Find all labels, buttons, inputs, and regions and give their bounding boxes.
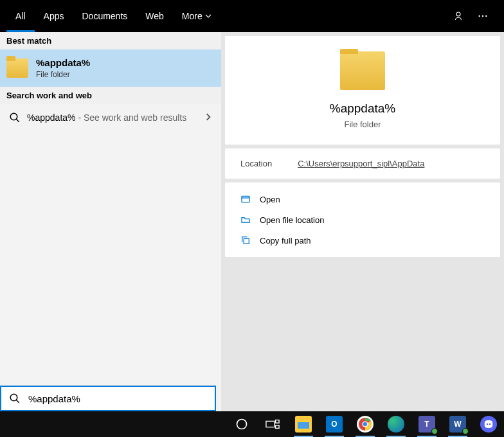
location-label: Location bbox=[240, 159, 272, 168]
results-panel: Best match %appdata% File folder Search … bbox=[0, 32, 221, 411]
discord-icon bbox=[480, 416, 497, 433]
section-search-web: Search work and web bbox=[0, 87, 221, 104]
taskbar: O T W bbox=[0, 411, 504, 437]
open-icon bbox=[240, 194, 251, 204]
chrome-icon bbox=[357, 416, 374, 433]
taskbar-task-view[interactable] bbox=[259, 411, 286, 437]
action-label: Copy full path bbox=[260, 236, 311, 245]
svg-rect-6 bbox=[242, 196, 249, 202]
action-open[interactable]: Open bbox=[238, 189, 487, 210]
taskbar-discord[interactable] bbox=[475, 411, 502, 437]
taskbar-chrome[interactable] bbox=[352, 411, 379, 437]
svg-point-0 bbox=[456, 12, 460, 16]
svg-line-9 bbox=[16, 400, 19, 403]
feedback-icon[interactable] bbox=[453, 10, 464, 22]
web-result-text: %appdata% - See work and web results bbox=[27, 112, 186, 123]
tab-apps[interactable]: Apps bbox=[35, 0, 73, 32]
svg-rect-15 bbox=[298, 422, 309, 429]
best-match-result[interactable]: %appdata% File folder bbox=[0, 49, 221, 87]
taskbar-outlook[interactable]: O bbox=[321, 411, 348, 437]
search-input[interactable] bbox=[28, 393, 207, 404]
svg-rect-11 bbox=[266, 421, 274, 427]
svg-point-1 bbox=[479, 15, 480, 17]
svg-point-8 bbox=[10, 394, 17, 401]
location-path[interactable]: C:\Users\erpsupport_sipl\AppData bbox=[298, 159, 424, 168]
svg-point-4 bbox=[10, 113, 17, 120]
search-icon bbox=[9, 393, 21, 404]
copy-icon bbox=[240, 235, 251, 245]
preview-panel: %appdata% File folder Location C:\Users\… bbox=[221, 32, 504, 411]
result-subtitle: File folder bbox=[36, 70, 90, 79]
svg-point-3 bbox=[485, 15, 487, 17]
result-title: %appdata% bbox=[36, 57, 90, 68]
search-icon bbox=[9, 112, 21, 123]
svg-line-5 bbox=[16, 119, 19, 122]
web-search-result[interactable]: %appdata% - See work and web results bbox=[0, 104, 221, 131]
tab-label: Web bbox=[145, 11, 164, 21]
taskbar-file-explorer[interactable] bbox=[290, 411, 317, 437]
search-panels: Best match %appdata% File folder Search … bbox=[0, 32, 504, 411]
search-tabs-bar: All Apps Documents Web More bbox=[0, 0, 504, 32]
taskbar-cortana[interactable] bbox=[228, 411, 255, 437]
edge-icon bbox=[388, 416, 404, 433]
preview-subtitle: File folder bbox=[344, 120, 381, 129]
chevron-down-icon bbox=[205, 11, 212, 21]
more-options-icon[interactable] bbox=[477, 10, 489, 22]
file-explorer-icon bbox=[295, 416, 312, 433]
svg-point-10 bbox=[237, 420, 247, 429]
svg-point-2 bbox=[482, 15, 483, 17]
action-copy-path[interactable]: Copy full path bbox=[238, 230, 487, 251]
svg-point-20 bbox=[489, 424, 491, 425]
preview-header-card: %appdata% File folder bbox=[225, 36, 500, 145]
taskbar-teams[interactable]: T bbox=[413, 411, 440, 437]
preview-location-card: Location C:\Users\erpsupport_sipl\AppDat… bbox=[225, 148, 500, 179]
folder-icon bbox=[340, 51, 385, 90]
chevron-right-icon bbox=[204, 112, 212, 123]
tab-more[interactable]: More bbox=[173, 0, 221, 32]
svg-rect-7 bbox=[244, 238, 249, 244]
action-open-location[interactable]: Open file location bbox=[238, 210, 487, 230]
svg-point-19 bbox=[487, 424, 489, 425]
preview-title: %appdata% bbox=[330, 102, 395, 116]
web-suffix: - See work and web results bbox=[76, 112, 187, 123]
tab-label: Apps bbox=[44, 11, 64, 21]
folder-open-icon bbox=[240, 215, 251, 225]
svg-rect-13 bbox=[276, 425, 280, 429]
status-badge bbox=[462, 428, 469, 434]
folder-icon bbox=[6, 58, 28, 78]
taskbar-edge[interactable] bbox=[382, 411, 410, 437]
svg-point-18 bbox=[363, 422, 367, 426]
outlook-icon: O bbox=[326, 416, 343, 433]
tab-label: More bbox=[182, 11, 203, 21]
preview-actions-card: Open Open file location Copy full path bbox=[225, 183, 500, 257]
action-label: Open bbox=[260, 195, 280, 204]
action-label: Open file location bbox=[260, 215, 324, 225]
web-query: %appdata% bbox=[27, 112, 76, 123]
tab-all[interactable]: All bbox=[6, 0, 35, 32]
search-box[interactable] bbox=[0, 386, 216, 411]
status-badge bbox=[431, 428, 438, 434]
svg-rect-12 bbox=[276, 420, 280, 424]
taskbar-word[interactable]: W bbox=[444, 411, 471, 437]
section-best-match: Best match bbox=[0, 32, 221, 49]
tab-web[interactable]: Web bbox=[136, 0, 173, 32]
tab-label: All bbox=[15, 11, 26, 21]
tab-documents[interactable]: Documents bbox=[73, 0, 136, 32]
tab-label: Documents bbox=[82, 11, 127, 21]
